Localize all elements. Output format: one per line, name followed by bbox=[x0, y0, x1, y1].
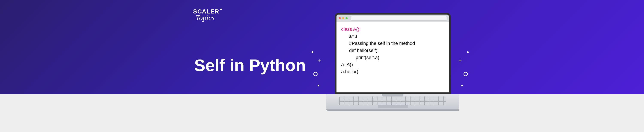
decoration-dot-icon bbox=[318, 85, 319, 86]
code-line-7: a.hello() bbox=[341, 68, 444, 75]
decoration-dot-icon bbox=[461, 85, 463, 86]
decoration-dot-icon bbox=[312, 51, 313, 53]
decoration-circle-icon bbox=[313, 72, 318, 76]
laptop-screen: class A(): a=3 #Passing the self in the … bbox=[335, 13, 451, 94]
code-line-4: def hello(self): bbox=[341, 47, 444, 54]
code-line-1: class A(): bbox=[341, 26, 444, 33]
page-title: Self in Python bbox=[194, 56, 306, 75]
code-line-2: a=3 bbox=[341, 33, 444, 40]
code-line-3: #Passing the self in the method bbox=[341, 40, 444, 47]
laptop-illustration: class A(): a=3 #Passing the self in the … bbox=[326, 13, 459, 113]
code-line-5: print(self.a) bbox=[341, 54, 444, 61]
decoration-dot-icon bbox=[467, 51, 469, 53]
banner-hero: SCALER Topics Self in Python + + class A… bbox=[0, 0, 644, 94]
url-bar bbox=[351, 16, 447, 20]
scaler-topics-logo: SCALER Topics bbox=[193, 8, 222, 22]
code-line-6: a=A() bbox=[341, 61, 444, 68]
window-maximize-icon bbox=[346, 17, 348, 19]
laptop-base-edge bbox=[326, 109, 459, 111]
window-minimize-icon bbox=[342, 17, 344, 19]
laptop-keyboard bbox=[339, 96, 446, 105]
logo-subbrand-text: Topics bbox=[193, 14, 214, 22]
laptop-trackpad bbox=[378, 105, 408, 108]
laptop-keyboard-deck bbox=[326, 94, 459, 109]
decoration-circle-icon bbox=[464, 72, 468, 76]
browser-bar bbox=[336, 14, 449, 22]
decoration-plus-icon: + bbox=[318, 57, 321, 64]
logo-triangle-icon bbox=[220, 8, 222, 10]
footer-surface bbox=[0, 94, 644, 132]
laptop-base bbox=[326, 94, 459, 113]
code-snippet: class A(): a=3 #Passing the self in the … bbox=[336, 22, 449, 79]
window-close-icon bbox=[339, 17, 341, 19]
